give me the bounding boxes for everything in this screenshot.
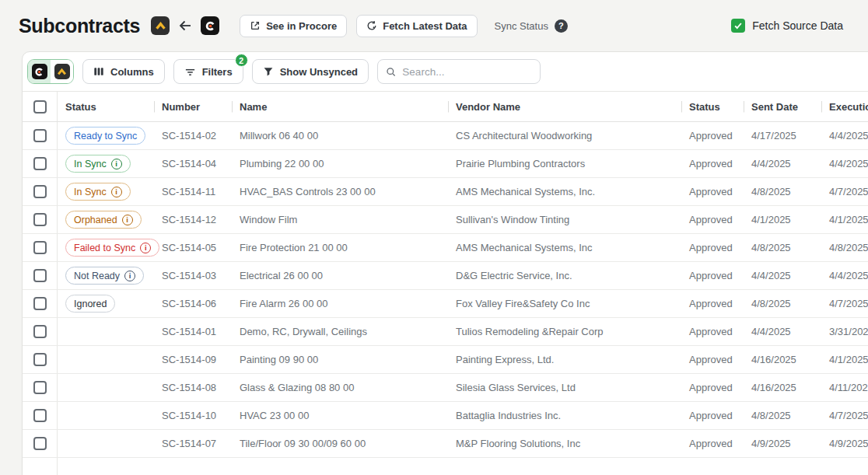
fetch-source-data-toggle[interactable]: Fetch Source Data [731, 19, 843, 33]
funnel-icon [263, 66, 274, 77]
row-checkbox-cell [23, 430, 58, 457]
cell-sent-date: 4/8/2025 [744, 298, 821, 309]
search-input[interactable] [402, 66, 532, 78]
sync-status-badge[interactable]: Orphanedi [65, 211, 142, 229]
filter-lines-icon [184, 66, 196, 78]
sync-status: Sync Status ? [495, 19, 568, 33]
cell-name: HVAC 23 00 00 [232, 410, 448, 421]
cell-vendor-name: Prairie Plumbing Contractors [448, 158, 681, 169]
show-unsynced-button[interactable]: Show Unsynced [252, 59, 369, 84]
cell-execution-date: 3/31/2025 [821, 326, 868, 337]
table-row[interactable]: IgnoredSC-1514-06Fire Alarm 26 00 00Fox … [23, 290, 868, 318]
row-checkbox[interactable] [33, 353, 47, 366]
cell-sync-status: Ignored [58, 295, 154, 313]
row-checkbox[interactable] [33, 325, 47, 338]
cell-vendor-name: Battaglia Industries Inc. [448, 410, 681, 421]
select-all-checkbox[interactable] [33, 100, 47, 114]
row-checkbox-cell [23, 234, 58, 261]
cell-sync-status: In Synci [58, 155, 154, 173]
table-row[interactable]: SC-1514-07Tile/Floor 09 30 00/09 60 00M&… [23, 430, 868, 458]
sync-status-badge[interactable]: Ignored [65, 295, 115, 313]
checked-checkbox-icon[interactable] [731, 19, 745, 33]
cell-sync-status: Ready to Sync [58, 127, 154, 145]
cell-name: Millwork 06 40 00 [232, 130, 448, 141]
cell-number: SC-1514-01 [154, 326, 232, 337]
cell-status: Approved [681, 326, 744, 337]
column-header-status: Status [58, 101, 154, 113]
cell-sent-date: 4/16/2025 [744, 354, 821, 365]
row-checkbox[interactable] [33, 437, 47, 450]
filters-count-badge: 2 [235, 54, 248, 67]
table-row[interactable]: Ready to SyncSC-1514-02Millwork 06 40 00… [23, 122, 868, 150]
row-checkbox[interactable] [33, 129, 47, 142]
table-row[interactable]: SC-1514-10HVAC 23 00 00Battaglia Industr… [23, 402, 868, 430]
column-header-name: Name [232, 101, 448, 113]
cell-vendor-name: Painting Express, Ltd. [448, 354, 681, 365]
row-checkbox[interactable] [33, 297, 47, 310]
info-icon[interactable]: i [122, 215, 133, 225]
table-row[interactable]: In SynciSC-1514-11HVAC_BAS Controls 23 0… [23, 178, 868, 206]
row-checkbox[interactable] [33, 241, 47, 254]
columns-icon [93, 66, 104, 77]
sync-status-badge[interactable]: In Synci [65, 155, 131, 173]
cell-sent-date: 4/8/2025 [744, 242, 821, 253]
cell-number: SC-1514-04 [154, 158, 232, 169]
info-icon[interactable]: i [111, 159, 122, 169]
sync-status-badge[interactable]: Ready to Sync [65, 127, 145, 145]
cell-vendor-name: Tulios Remodeling &Repair Corp [448, 326, 681, 337]
row-checkbox[interactable] [33, 409, 47, 422]
table-row-empty [23, 458, 868, 475]
info-icon[interactable]: i [140, 243, 151, 253]
cell-vendor-name: Sullivan's Window Tinting [448, 214, 681, 225]
cell-sent-date: 4/4/2025 [744, 270, 821, 281]
help-icon[interactable]: ? [555, 19, 568, 33]
row-checkbox[interactable] [33, 185, 47, 198]
source-system-toggle[interactable] [27, 59, 74, 84]
toggle-app-segment[interactable] [51, 60, 73, 83]
table-row[interactable]: SC-1514-01Demo, RC, Drywall, CeilingsTul… [23, 318, 868, 346]
toggle-procore-segment[interactable] [28, 60, 51, 83]
cell-execution-date: 4/4/2025 [821, 130, 868, 141]
cell-status: Approved [681, 130, 744, 141]
cell-number: SC-1514-09 [154, 354, 232, 365]
row-checkbox[interactable] [33, 381, 47, 394]
column-header-vendor-name: Vendor Name [448, 101, 681, 113]
row-checkbox[interactable] [33, 213, 47, 226]
cell-sent-date: 4/8/2025 [744, 186, 821, 197]
see-in-procore-button[interactable]: See in Procore [240, 15, 347, 37]
fetch-latest-data-button[interactable]: Fetch Latest Data [356, 15, 477, 37]
column-header-sent-date: Sent Date [744, 101, 821, 113]
info-icon[interactable]: i [124, 271, 135, 281]
filters-button[interactable]: Filters 2 [173, 59, 243, 84]
search-box[interactable] [377, 59, 541, 84]
table-row[interactable]: In SynciSC-1514-04Plumbing 22 00 00Prair… [23, 150, 868, 178]
table-row[interactable]: SC-1514-09Painting 09 90 00Painting Expr… [23, 346, 868, 374]
table-row[interactable]: OrphanediSC-1514-12Window FilmSullivan's… [23, 206, 868, 234]
cell-vendor-name: Silesia Glass Services, Ltd [448, 382, 681, 393]
table-row[interactable]: Failed to SynciSC-1514-05Fire Protection… [23, 234, 868, 262]
cell-name: Glass & Glazing 08 80 00 [232, 382, 448, 393]
sync-status-badge[interactable]: Not Readyi [65, 267, 144, 285]
row-checkbox[interactable] [33, 269, 47, 282]
info-icon[interactable]: i [111, 187, 122, 197]
sync-status-badge[interactable]: Failed to Synci [65, 239, 159, 257]
cell-execution-date: 4/7/2025 [821, 298, 868, 309]
sync-status-badge-label: Ready to Sync [74, 131, 137, 141]
filters-label: Filters [202, 66, 233, 78]
cell-status: Approved [681, 214, 744, 225]
row-checkbox-cell [23, 178, 58, 205]
cell-number: SC-1514-11 [154, 186, 232, 197]
row-checkbox[interactable] [33, 157, 47, 170]
table-row[interactable]: Not ReadyiSC-1514-03Electrical 26 00 00D… [23, 262, 868, 290]
sync-status-badge-label: Not Ready [74, 271, 120, 281]
cell-vendor-name: CS Architectural Woodworking [448, 130, 681, 141]
columns-button[interactable]: Columns [82, 59, 165, 84]
cell-name: HVAC_BAS Controls 23 00 00 [232, 186, 448, 197]
procore-logo-icon [32, 64, 47, 79]
sync-status-badge[interactable]: In Synci [65, 183, 131, 201]
table-row[interactable]: SC-1514-08Glass & Glazing 08 80 00Silesi… [23, 374, 868, 402]
fetch-latest-data-label: Fetch Latest Data [383, 20, 467, 32]
cell-vendor-name: AMS Mechanical Systems, Inc [448, 242, 681, 253]
cell-vendor-name: M&P Flooring Solutions, Inc [448, 438, 681, 449]
cell-execution-date: 4/4/2025 [821, 158, 868, 169]
